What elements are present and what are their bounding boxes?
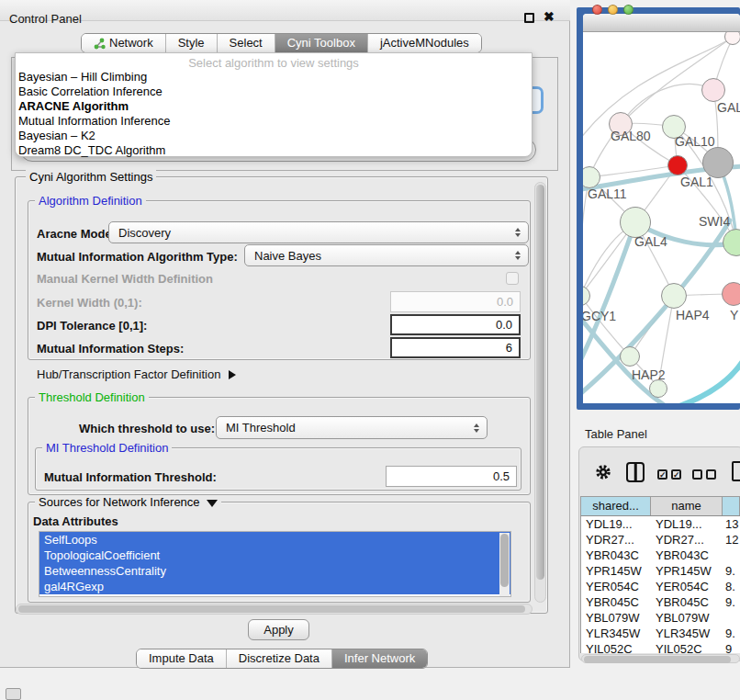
mi-threshold-definition-title: MI Threshold Definition — [42, 441, 172, 455]
kernel-width-field[interactable]: 0.0 — [390, 291, 521, 312]
table-row[interactable]: YLR345W YLR345W 9. — [581, 626, 740, 641]
algorithm-option-selected[interactable]: ARACNE Algorithm — [16, 99, 532, 114]
network-node-label: GAL4 — [634, 234, 667, 249]
tab-impute-data[interactable]: Impute Data — [137, 649, 226, 668]
network-node-label: Y — [730, 308, 738, 322]
network-node[interactable] — [620, 207, 651, 238]
table-row[interactable]: YDL19... YDL19... 13 — [581, 516, 740, 532]
column-header-name[interactable]: name — [651, 497, 723, 515]
attribute-item-selected[interactable]: SelfLoops — [39, 532, 510, 548]
float-window-icon[interactable] — [524, 13, 534, 23]
file-icon[interactable] — [732, 461, 740, 481]
unchecked-box-icon[interactable] — [692, 469, 702, 480]
mi-steps-label: Mutual Information Steps: — [37, 342, 184, 356]
column-header-shared[interactable]: shared... — [581, 497, 651, 515]
which-threshold-combobox[interactable]: MI Threshold — [216, 416, 488, 439]
checked-box-icon[interactable]: ✓ — [657, 469, 667, 480]
network-node[interactable] — [724, 32, 740, 45]
table-header: shared... name — [580, 496, 740, 516]
tab-network[interactable]: Network — [82, 34, 165, 52]
table-row[interactable]: YDR27... YDR27... 12 — [581, 532, 740, 548]
which-threshold-label: Which threshold to use: — [79, 422, 215, 435]
close-traffic-light-icon[interactable] — [592, 5, 602, 15]
tab-network-label: Network — [109, 34, 153, 52]
network-node-label: GAL1 — [680, 175, 713, 189]
algorithm-option[interactable]: Mutual Information Inference — [16, 114, 532, 129]
settings-horizontal-scrollbar[interactable] — [16, 604, 533, 615]
sources-group-title[interactable]: Sources for Network Inference — [35, 495, 221, 509]
mi-threshold-label: Mutual Information Threshold: — [44, 470, 217, 484]
tab-cyni-toolbox[interactable]: Cyni Toolbox — [275, 34, 367, 52]
network-node-label: SWI4 — [699, 214, 730, 229]
attributes-list-scrollbar[interactable] — [499, 533, 510, 597]
tab-style[interactable]: Style — [165, 34, 217, 52]
control-panel-titlebar — [0, 0, 570, 21]
aracne-mode-combobox[interactable]: Discovery — [108, 221, 529, 243]
apply-button[interactable]: Apply — [248, 619, 309, 640]
network-canvas[interactable]: GALGAL80GAL10GAL1GAL11GAL4SWI4GCY1HAP4YH… — [583, 32, 740, 403]
column-header-partial[interactable] — [723, 497, 740, 515]
manual-kernel-label: Manual Kernel Width Definition — [37, 272, 213, 286]
mi-type-combobox[interactable]: Naive Bayes — [244, 244, 529, 266]
threshold-definition-title: Threshold Definition — [35, 390, 149, 404]
docked-panel-icon[interactable] — [6, 688, 21, 700]
dropdown-placeholder: Select algorithm to view settings — [16, 53, 532, 70]
gear-icon[interactable] — [594, 463, 612, 481]
control-panel-tabbar: Network Style Select Cyni Toolbox jActiv… — [81, 33, 482, 53]
spinner-arrows-icon — [474, 423, 480, 433]
columns-icon[interactable] — [626, 462, 645, 482]
attribute-item-selected[interactable]: TopologicalCoefficient — [39, 548, 510, 563]
network-node[interactable] — [722, 282, 740, 306]
unchecked-box-icon[interactable] — [706, 469, 716, 480]
application-root: Control Panel ✖ Network Style Select Cyn… — [0, 0, 740, 700]
data-attributes-label: Data Attributes — [33, 514, 118, 528]
table-row[interactable]: YBR045C YBR045C 9. — [581, 594, 740, 610]
aracne-mode-label: Aracne Mode: — [37, 227, 116, 241]
bottom-tabbar: Impute Data Discretize Data Infer Networ… — [136, 649, 428, 669]
tab-select[interactable]: Select — [217, 34, 275, 52]
minimize-traffic-light-icon[interactable] — [608, 5, 618, 15]
table-row[interactable]: YBR043C YBR043C — [581, 548, 740, 563]
table-row[interactable]: YBL079W YBL079W — [581, 610, 740, 626]
table-row[interactable]: YPR145W YPR145W 9. — [581, 563, 740, 579]
tab-discretize-data[interactable]: Discretize Data — [226, 649, 331, 668]
network-node-label: GAL11 — [588, 186, 627, 201]
algorithm-option[interactable]: Bayesian – Hill Climbing — [16, 70, 532, 85]
settings-vertical-scrollbar[interactable] — [534, 182, 546, 603]
expand-right-icon — [229, 370, 236, 379]
settings-group-title: Cyni Algorithm Settings — [26, 170, 156, 184]
mi-steps-field[interactable]: 6 — [390, 337, 521, 358]
table-horizontal-scrollbar[interactable] — [581, 654, 740, 663]
algorithm-option[interactable]: Basic Correlation Inference — [16, 85, 532, 99]
table-body: YDL19... YDL19... 13 YDR27... YDR27... 1… — [580, 516, 740, 653]
network-node[interactable] — [661, 283, 687, 309]
algorithm-dropdown-list: Select algorithm to view settings Bayesi… — [15, 52, 533, 157]
tab-jactivemnodules[interactable]: jActiveMNodules — [367, 34, 481, 52]
network-node[interactable] — [667, 155, 688, 175]
manual-kernel-checkbox[interactable] — [506, 272, 519, 285]
collapse-down-icon — [207, 500, 218, 507]
network-node-label: GAL — [717, 100, 740, 115]
algorithm-option[interactable]: Dream8 DC_TDC Algorithm — [16, 143, 532, 158]
close-icon[interactable]: ✖ — [544, 9, 555, 24]
network-node[interactable] — [620, 346, 640, 367]
network-node-label: GAL10 — [675, 134, 715, 149]
kernel-width-label: Kernel Width (0,1): — [37, 296, 142, 310]
table-row[interactable]: YIL052C YIL052C 9 — [581, 641, 740, 653]
table-row[interactable]: YER054C YER054C 8. — [581, 579, 740, 594]
dpi-tolerance-field[interactable]: 0.0 — [390, 314, 521, 335]
attribute-item-selected[interactable]: BetweennessCentrality — [39, 563, 510, 579]
zoom-traffic-light-icon[interactable] — [623, 5, 633, 15]
mi-threshold-field[interactable]: 0.5 — [386, 466, 517, 487]
network-node[interactable] — [649, 379, 667, 398]
checked-box-icon[interactable]: ✓ — [671, 469, 681, 480]
spinner-arrows-icon — [515, 228, 521, 237]
network-node[interactable] — [702, 147, 734, 178]
hub-definition-expander[interactable]: Hub/Transcription Factor Definition — [37, 367, 236, 381]
attribute-item-selected[interactable]: gal4RGexp — [39, 579, 510, 594]
tab-infer-network[interactable]: Infer Network — [331, 649, 427, 668]
dpi-tolerance-label: DPI Tolerance [0,1]: — [37, 319, 147, 333]
network-window-titlebar[interactable] — [583, 14, 740, 32]
algorithm-option[interactable]: Bayesian – K2 — [16, 129, 532, 143]
network-node[interactable] — [701, 78, 725, 102]
